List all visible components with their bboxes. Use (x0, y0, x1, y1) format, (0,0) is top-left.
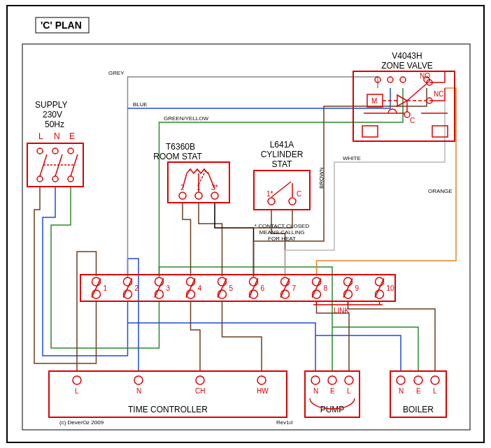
svg-point-98 (414, 376, 422, 384)
svg-point-38 (387, 77, 393, 82)
roomstat-t2: 2 (180, 184, 185, 192)
supply-label: SUPPLY (35, 100, 67, 110)
zv-NC: NC (434, 90, 443, 98)
wire-label-grey: GREY (108, 70, 124, 76)
svg-line-63 (249, 278, 258, 297)
svg-text:10: 10 (387, 284, 395, 292)
svg-line-20 (271, 182, 291, 197)
svg-point-39 (400, 77, 406, 82)
supply-freq: 50Hz (45, 120, 64, 129)
supply-switch-icon (37, 148, 78, 182)
svg-point-96 (397, 376, 405, 384)
wire-blue-supply (43, 187, 128, 356)
roomstat-t3: 3* (211, 184, 218, 192)
wire-green-pumpE (159, 267, 333, 372)
wire-green-boilerE (332, 327, 418, 372)
wire-blue-zv (128, 88, 391, 108)
tc-terms: L N CH HW (73, 376, 269, 395)
svg-text:L: L (347, 387, 351, 395)
wire-green-supply (51, 187, 159, 348)
svg-text:6: 6 (261, 284, 265, 292)
svg-text:8: 8 (324, 284, 328, 292)
svg-text:7: 7 (292, 284, 297, 292)
wire-brown-boilerL (348, 301, 436, 372)
junction-terminals: 1 2 3 4 5 6 7 8 9 10 (92, 277, 394, 298)
timecontroller-label: TIME CONTROLLER (128, 405, 208, 414)
supply-L: L (38, 131, 43, 141)
svg-point-89 (311, 376, 320, 384)
svg-text:HW: HW (257, 387, 269, 395)
svg-point-17 (195, 192, 202, 199)
svg-point-6 (37, 176, 43, 182)
svg-text:L: L (75, 387, 79, 395)
supply-E: E (69, 131, 75, 141)
boiler-label: BOILER (403, 405, 434, 414)
supply-voltage: 230V (43, 110, 62, 120)
svg-text:N: N (313, 387, 318, 395)
svg-point-100 (431, 376, 439, 384)
wire-blue-tcN (128, 259, 139, 372)
svg-line-43 (92, 278, 101, 297)
roomstat-label: ROOM STAT (153, 152, 202, 161)
wire-brown-tcCH (191, 301, 201, 372)
svg-point-22 (268, 198, 275, 205)
svg-point-18 (211, 192, 218, 199)
svg-line-55 (186, 278, 195, 297)
wire-label-blue: BLUE (133, 101, 148, 108)
supply-N: N (54, 131, 60, 141)
svg-line-79 (375, 278, 384, 297)
cylstat-model: L641A (270, 140, 294, 150)
roomstat-model: T6360B (166, 142, 195, 152)
svg-text:L: L (433, 387, 437, 395)
wiring-diagram: 'C' PLAN GREY BLUE GREEN/YELLOW BROWN WH… (0, 0, 491, 448)
svg-rect-35 (362, 126, 378, 137)
wire-orange-zv (317, 88, 457, 276)
svg-text:E: E (416, 387, 421, 395)
svg-text:N: N (136, 387, 141, 395)
svg-line-47 (123, 278, 132, 297)
pump-label: PUMP (320, 405, 345, 414)
svg-point-87 (257, 376, 266, 384)
copyright: (c) DeverOz 2009 (59, 419, 104, 426)
cylstat-note2: MEANS CALLING (259, 229, 305, 236)
rev: Rev1d (276, 419, 292, 426)
svg-text:E: E (330, 387, 335, 395)
title-text: 'C' PLAN (41, 20, 82, 31)
svg-text:4: 4 (198, 284, 202, 292)
wire-brown-cs1 (271, 210, 285, 276)
svg-text:2: 2 (135, 284, 139, 292)
svg-point-3 (37, 148, 43, 154)
wire-label-greenyellow: GREEN/YELLOW (164, 115, 208, 122)
wire-brown-rs2 (183, 203, 191, 276)
zv-M: M (371, 97, 377, 105)
zonevalve-label: ZONE VALVE (381, 61, 433, 71)
svg-line-75 (343, 278, 353, 297)
wire-black-rs3 (215, 203, 254, 276)
wire-label-white: WHITE (343, 155, 361, 161)
svg-point-83 (134, 376, 143, 384)
wire-brown-tcL (77, 252, 97, 372)
svg-point-91 (328, 376, 336, 384)
wire-brown-rs1 (199, 203, 222, 276)
svg-text:1: 1 (104, 284, 108, 292)
svg-line-25 (407, 82, 428, 101)
svg-point-5 (68, 148, 73, 154)
wire-grey-zv (128, 77, 378, 278)
cylstat-label2: STAT (272, 159, 293, 169)
cylstat-label1: CYLINDER (261, 150, 304, 159)
cylstat-note3: FOR HEAT (268, 236, 296, 242)
wire-label-brown: BROWN (318, 167, 325, 189)
zv-C: C (410, 117, 415, 124)
svg-line-67 (280, 278, 290, 297)
cylstat-t1: 1* (266, 190, 273, 198)
svg-point-85 (196, 376, 204, 384)
svg-point-7 (52, 176, 58, 182)
cylstat-t2: C (297, 190, 301, 198)
svg-line-51 (155, 278, 164, 297)
zonevalve-model: V4043H (392, 51, 422, 61)
svg-point-23 (289, 198, 296, 205)
svg-point-16 (179, 192, 186, 199)
svg-point-8 (68, 176, 73, 182)
svg-text:3: 3 (166, 284, 171, 292)
link-label: LINK (334, 307, 350, 315)
